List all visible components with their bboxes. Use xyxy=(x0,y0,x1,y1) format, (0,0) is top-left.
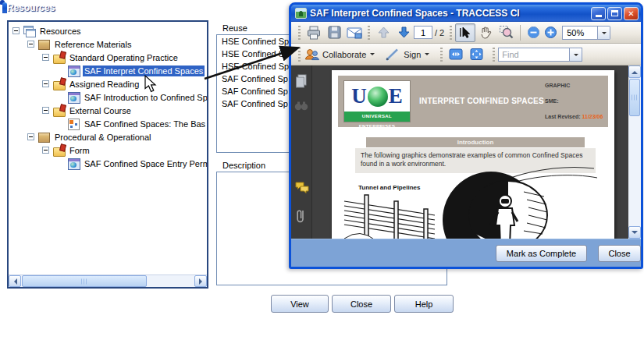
tree-item-form[interactable]: Form xyxy=(9,143,207,157)
zoom-level-combo[interactable]: 50% xyxy=(562,26,610,40)
view-button[interactable]: View xyxy=(271,295,329,313)
collapse-toggle-icon[interactable] xyxy=(42,80,49,87)
content-globe-icon xyxy=(67,65,80,76)
resources-titlebar[interactable]: Resources xyxy=(2,2,7,13)
comments-icon xyxy=(294,181,310,194)
zoom-marquee-button[interactable] xyxy=(496,23,516,42)
tree-item-label-selected: SAF Interpret Confined Spaces xyxy=(83,66,205,76)
collapse-toggle-icon[interactable] xyxy=(42,54,49,61)
collapse-toggle-icon[interactable] xyxy=(12,27,20,34)
page-number-input[interactable] xyxy=(414,26,432,39)
tree-item-label: SAF Confined Spaces: The Bas xyxy=(83,119,207,129)
zoom-marquee-icon xyxy=(499,25,514,40)
collaborate-icon xyxy=(304,48,320,62)
find-field-group xyxy=(498,48,582,62)
collaborate-button[interactable] xyxy=(304,45,320,64)
email-icon xyxy=(347,27,362,39)
previous-page-button[interactable] xyxy=(373,23,393,42)
scrollbar-thumb[interactable] xyxy=(22,275,147,287)
collapse-toggle-icon[interactable] xyxy=(42,147,49,154)
next-page-button[interactable] xyxy=(393,23,414,42)
print-button[interactable] xyxy=(304,23,324,42)
viewer-toolbar-main: / 2 50% xyxy=(291,22,641,44)
pages-panel-button[interactable] xyxy=(294,73,308,90)
resources-tree[interactable]: Resources Reference Materials Standard O… xyxy=(7,20,208,289)
scroll-up-button[interactable] xyxy=(628,66,641,78)
tree-item-reference-materials[interactable]: Reference Materials xyxy=(9,37,207,51)
search-panel-button[interactable] xyxy=(294,101,308,113)
tree-item-external-course[interactable]: External Course xyxy=(9,104,207,117)
maximize-button[interactable] xyxy=(607,7,622,20)
description-label: Description xyxy=(222,161,265,170)
tree-item-resources[interactable]: Resources xyxy=(9,24,207,37)
zoom-level-value[interactable]: 50% xyxy=(562,26,598,40)
collaborate-label[interactable]: Collaborate xyxy=(322,50,366,59)
tree-item-assigned-reading[interactable]: Assigned Reading xyxy=(9,77,207,90)
mark-as-complete-button[interactable]: Mark as Complete xyxy=(496,245,587,262)
viewer-titlebar[interactable]: SAF Interpret Confined Spaces - TRACCESS… xyxy=(291,5,641,22)
scroll-right-button[interactable] xyxy=(194,275,207,287)
logo-banner: UNIVERSAL ENTERPRISES xyxy=(344,112,410,122)
attachments-panel-button[interactable] xyxy=(294,207,307,226)
hand-tool-button[interactable] xyxy=(475,23,496,42)
sign-button[interactable] xyxy=(384,45,401,64)
fit-width-button[interactable] xyxy=(446,45,466,64)
tree-item-label: Procedural & Operational xyxy=(53,132,153,143)
tree-horizontal-scrollbar[interactable] xyxy=(9,274,207,287)
sign-label[interactable]: Sign xyxy=(404,50,421,59)
viewer-close-button[interactable]: Close xyxy=(598,245,641,262)
comments-panel-button[interactable] xyxy=(294,181,310,196)
select-tool-button[interactable] xyxy=(455,23,475,42)
document-viewport: U E UNIVERSAL ENTERPRISES INTERPRET CONF… xyxy=(291,66,641,239)
viewer-footer: Mark as Complete Close xyxy=(291,239,641,267)
tree-item-label: Form xyxy=(68,145,91,156)
scroll-down-button[interactable] xyxy=(628,226,641,239)
viewer-window-title: SAF Interpret Confined Spaces - TRACCESS… xyxy=(310,8,520,19)
sign-dropdown-arrow[interactable] xyxy=(425,53,429,58)
close-window-button[interactable]: ✕ xyxy=(624,7,639,20)
tree-item-saf-interpret-confined-spaces[interactable]: SAF Interpret Confined Spaces xyxy=(9,64,207,77)
find-dropdown-button[interactable] xyxy=(570,48,582,62)
meta-last-revised: Last Revised: 11/23/06 xyxy=(545,114,603,119)
fit-page-icon xyxy=(469,48,484,61)
tree-item-label: SAF Confined Space Entry Perm xyxy=(83,158,208,169)
collapse-toggle-icon[interactable] xyxy=(27,41,34,48)
arrow-down-icon xyxy=(397,26,411,39)
close-button[interactable]: Close xyxy=(332,295,391,313)
email-button[interactable] xyxy=(344,23,365,42)
logo-letters: U E xyxy=(344,81,410,112)
package-icon xyxy=(37,131,51,143)
zoom-in-icon xyxy=(544,26,557,39)
viewer-toolbar-secondary: Collaborate Sign xyxy=(291,44,641,66)
collaborate-dropdown-arrow[interactable] xyxy=(370,53,375,58)
tree-item-saf-confined-spaces-basics[interactable]: SAF Confined Spaces: The Bas xyxy=(9,117,207,130)
save-button[interactable] xyxy=(324,23,344,42)
tree-item-label: Assigned Reading xyxy=(68,79,141,90)
sign-pen-icon xyxy=(384,48,401,62)
zoom-dropdown-button[interactable] xyxy=(598,26,610,40)
fit-width-icon xyxy=(448,48,464,61)
tree-item-saf-entry-permit[interactable]: SAF Confined Space Entry Perm xyxy=(9,157,207,170)
scrollbar-thumb[interactable] xyxy=(629,79,640,116)
collapse-toggle-icon[interactable] xyxy=(27,133,34,140)
vertical-scrollbar[interactable] xyxy=(628,66,641,239)
toolbar-grip xyxy=(298,48,301,62)
tree-item-standard-operating-practice[interactable]: Standard Operating Practice xyxy=(9,51,207,64)
floppy-icon xyxy=(327,25,342,40)
scroll-left-button[interactable] xyxy=(9,275,21,287)
zoom-out-button[interactable] xyxy=(525,23,542,42)
meta-sme: SME: xyxy=(545,98,559,104)
resources-window-title: Resources xyxy=(7,2,55,13)
help-button[interactable]: Help xyxy=(394,295,454,313)
find-input[interactable] xyxy=(498,48,570,62)
tree-item-saf-introduction[interactable]: SAF Introduction to Confined Sp xyxy=(9,90,207,104)
meta-type: GRAPHIC xyxy=(545,83,570,88)
toolbar-separator xyxy=(520,25,521,41)
package-icon xyxy=(37,38,51,50)
company-logo: U E UNIVERSAL ENTERPRISES xyxy=(343,80,411,122)
zoom-in-button[interactable] xyxy=(542,23,559,42)
collapse-toggle-icon[interactable] xyxy=(42,107,49,114)
fit-page-button[interactable] xyxy=(466,45,486,64)
tree-item-procedural-operational[interactable]: Procedural & Operational xyxy=(9,130,207,143)
minimize-button[interactable] xyxy=(591,7,606,20)
